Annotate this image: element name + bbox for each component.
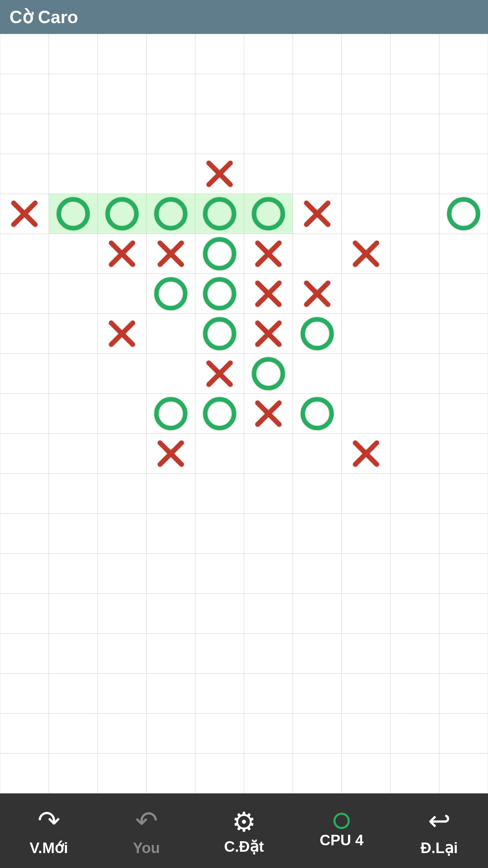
new-game-icon: ↶ — [38, 805, 60, 836]
bottom-bar: ↶ V.Mới ↶ You ⚙ C.Đặt CPU 4 ↩ Đ.Lại — [0, 793, 488, 868]
settings-label: C.Đặt — [224, 838, 264, 855]
you-icon: ↶ — [135, 805, 158, 837]
gear-icon: ⚙ — [232, 806, 256, 838]
cpu-button[interactable]: CPU 4 — [308, 813, 375, 849]
undo-button[interactable]: ↩ Đ.Lại — [405, 805, 473, 856]
app: Cờ Caro ↶ V.Mới ↶ You ⚙ C.Đặt CPU 4 ↩ Đ.… — [0, 0, 488, 868]
cpu-label: CPU 4 — [320, 832, 364, 849]
settings-button[interactable]: ⚙ C.Đặt — [210, 806, 278, 855]
undo-label: Đ.Lại — [421, 839, 458, 856]
undo-icon: ↩ — [428, 805, 451, 836]
new-game-button[interactable]: ↶ V.Mới — [15, 805, 83, 856]
you-button: ↶ You — [113, 805, 180, 856]
cpu-circle-icon — [333, 813, 350, 829]
board-container[interactable] — [0, 34, 488, 793]
you-label: You — [133, 840, 160, 856]
new-game-label: V.Mới — [29, 839, 68, 856]
game-board[interactable] — [0, 34, 488, 793]
title-bar: Cờ Caro — [0, 0, 488, 34]
app-title: Cờ Caro — [9, 7, 78, 27]
